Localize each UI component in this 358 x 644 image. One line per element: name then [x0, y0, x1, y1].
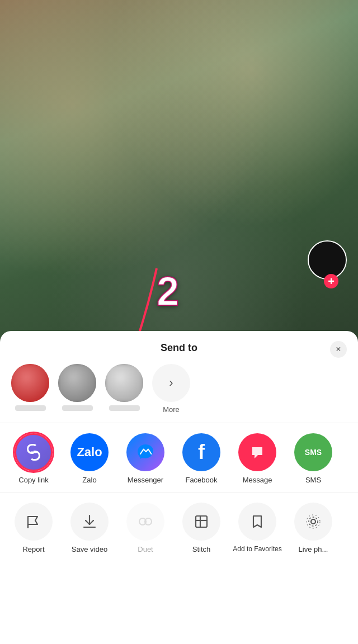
add-to-favorites-button[interactable]: Add to Favorites: [229, 503, 285, 553]
svg-point-11: [311, 519, 315, 524]
live-photo-icon: [294, 503, 332, 541]
contact-item[interactable]: [58, 364, 96, 411]
messenger-label: Messenger: [128, 476, 163, 484]
contact-name: [15, 405, 46, 411]
save-video-icon: [70, 503, 109, 541]
step-number: 2: [157, 268, 179, 314]
save-video-button[interactable]: Save video: [62, 503, 117, 553]
duet-icon: [126, 503, 164, 541]
sms-label: SMS: [305, 476, 321, 484]
contact-name: [109, 405, 140, 411]
share-sheet: Send to × › More: [0, 331, 358, 644]
svg-marker-2: [252, 447, 262, 458]
stitch-button[interactable]: Stitch: [173, 503, 229, 553]
contact-avatar: [105, 364, 143, 402]
copy-link-button[interactable]: Copy link: [6, 433, 62, 484]
avatar[interactable]: [308, 240, 347, 280]
save-video-label: Save video: [72, 545, 107, 553]
sms-button[interactable]: SMS SMS: [285, 433, 341, 484]
facebook-label: Facebook: [185, 476, 217, 484]
stitch-label: Stitch: [192, 545, 211, 553]
report-button[interactable]: Report: [6, 503, 62, 553]
zalo-button[interactable]: Zalo Zalo: [62, 433, 117, 484]
actions-row: Report Save video Duet: [0, 495, 358, 559]
messenger-icon: [126, 433, 164, 471]
contacts-row: › More: [0, 359, 358, 420]
more-icon: ›: [152, 364, 190, 402]
contact-name: [62, 405, 93, 411]
add-to-favorites-icon: [238, 503, 276, 541]
zalo-label: Zalo: [82, 476, 96, 484]
svg-rect-1: [30, 452, 37, 453]
svg-point-12: [309, 517, 318, 526]
contact-avatar: [58, 364, 96, 402]
live-photo-button[interactable]: Live ph...: [285, 503, 341, 553]
message-icon: [238, 433, 276, 471]
more-label: More: [163, 405, 180, 414]
facebook-icon: f: [182, 433, 220, 471]
copy-link-label: Copy link: [18, 476, 48, 484]
zalo-icon: Zalo: [70, 433, 109, 471]
contact-avatar: [11, 364, 49, 402]
messenger-button[interactable]: Messenger: [117, 433, 173, 484]
close-button[interactable]: ×: [330, 341, 347, 358]
duet-label: Duet: [138, 545, 153, 553]
report-icon: [15, 503, 53, 541]
contact-item[interactable]: [11, 364, 49, 411]
facebook-button[interactable]: f Facebook: [173, 433, 229, 484]
message-label: Message: [243, 476, 272, 484]
contact-item[interactable]: [105, 364, 143, 411]
divider: [0, 423, 358, 423]
svg-rect-8: [196, 516, 207, 527]
live-photo-label: Live ph...: [299, 545, 328, 553]
sheet-header: Send to ×: [0, 331, 358, 359]
report-label: Report: [22, 545, 44, 553]
message-button[interactable]: Message: [229, 433, 285, 484]
add-to-favorites-label: Add to Favorites: [233, 545, 281, 553]
sheet-title: Send to: [161, 342, 197, 354]
more-contacts-button[interactable]: › More: [152, 364, 190, 414]
follow-button[interactable]: +: [324, 274, 338, 288]
stitch-icon: [182, 503, 220, 541]
apps-row: Copy link Zalo Zalo Messenge: [0, 425, 358, 490]
copy-link-icon: [15, 433, 53, 471]
duet-button: Duet: [117, 503, 173, 553]
divider-2: [0, 492, 358, 493]
sms-icon: SMS: [294, 433, 332, 471]
